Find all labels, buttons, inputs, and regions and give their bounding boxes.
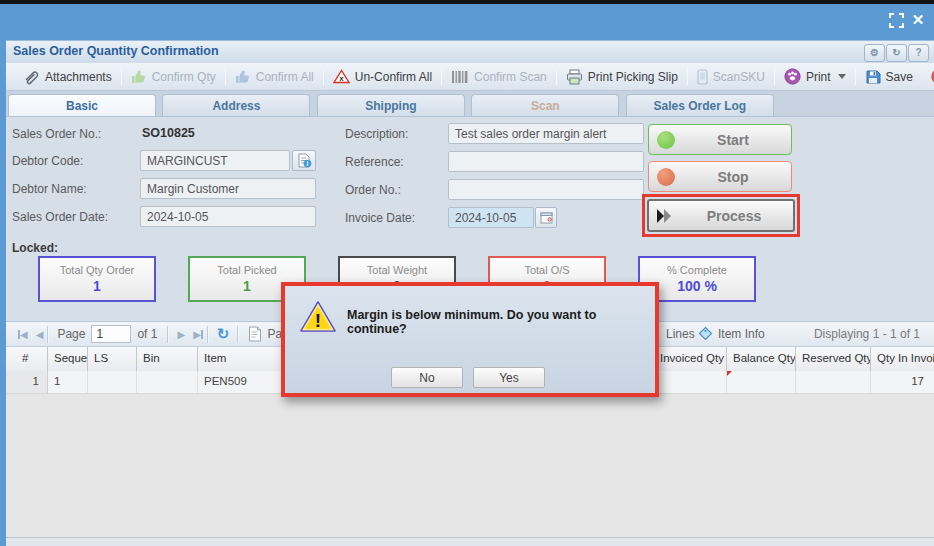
grid-bottom-strip [6, 537, 934, 546]
unconfirm-all-button[interactable]: x Un-Confirm All [324, 69, 441, 84]
column-header-item[interactable]: Item [198, 347, 287, 371]
qty-in-invoice-cell[interactable]: 17 [871, 371, 934, 393]
calendar-button[interactable] [535, 207, 557, 228]
item-info-button[interactable]: Item Info [698, 326, 765, 341]
tab-shipping[interactable]: Shipping [317, 94, 465, 116]
start-dot-icon [657, 131, 675, 149]
document-info-icon: i [297, 153, 312, 168]
last-page-icon[interactable]: ▶ [193, 329, 203, 340]
order-no-label: Order No.: [345, 183, 401, 197]
page-number-input[interactable]: 1 [91, 325, 131, 343]
svg-text:!: ! [315, 310, 321, 331]
reference-label: Reference: [345, 155, 404, 169]
yes-button[interactable]: Yes [473, 367, 545, 388]
confirm-all-button[interactable]: Confirm All [226, 69, 323, 84]
page-label: Page [57, 327, 85, 341]
tab-basic[interactable]: Basic [8, 94, 156, 116]
sales-order-date-label: Sales Order Date: [12, 210, 108, 224]
item-cell[interactable]: PEN509 [198, 371, 287, 393]
column-header-reserved-qty[interactable]: Reserved Qty [796, 347, 871, 371]
stop-button[interactable]: Stop [648, 161, 792, 192]
close-button[interactable]: Close [922, 68, 934, 85]
barcode-icon [451, 70, 469, 84]
reserved-qty-cell[interactable] [796, 371, 871, 393]
print-picking-slip-button[interactable]: Print Picking Slip [557, 69, 687, 85]
ls-cell[interactable] [88, 371, 137, 393]
paperclip-icon [23, 69, 40, 85]
attachments-button[interactable]: Attachments [14, 69, 121, 85]
mobile-scanner-icon [697, 69, 708, 85]
panel-refresh-icon[interactable]: ↻ [886, 44, 907, 62]
lines-label-fragment[interactable]: Lines [666, 327, 695, 341]
dirty-cell-marker-icon [727, 371, 732, 376]
invoice-date-field[interactable]: 2024-10-05 [448, 207, 534, 228]
paw-print-icon [784, 68, 801, 85]
column-header-sequence[interactable]: Sequence [48, 347, 88, 371]
panel-header: Sales Order Quantity Confirmation ⚙ ↻ ? [6, 41, 934, 64]
column-header-qty-in-invoice[interactable]: Qty In Invoice [871, 347, 934, 371]
warning-triangle-icon: ! [299, 300, 337, 334]
page-of-label: of 1 [137, 327, 157, 341]
save-button[interactable]: Save [856, 69, 922, 85]
thumbs-up-blue-icon [235, 69, 251, 84]
debtor-name-label: Debtor Name: [12, 182, 87, 196]
panel-settings-icon[interactable]: ⚙ [864, 44, 885, 62]
debtor-code-label: Debtor Code: [12, 154, 83, 168]
pack-document-icon[interactable] [248, 326, 262, 342]
description-field[interactable]: Test sales order margin alert [448, 123, 644, 144]
calendar-icon [540, 211, 553, 224]
confirm-scan-button[interactable]: Confirm Scan [442, 70, 556, 84]
no-button[interactable]: No [391, 367, 463, 388]
invoiced-qty-cell[interactable] [654, 371, 727, 393]
toolbar-separator [207, 326, 209, 343]
invoice-date-label: Invoice Date: [345, 211, 415, 225]
reference-field[interactable] [448, 151, 644, 172]
svg-text:i: i [306, 160, 308, 167]
floppy-save-icon [865, 69, 881, 85]
print-button[interactable]: Print [775, 68, 855, 85]
dialog-message: Margin is below minimum. Do you want to … [347, 308, 647, 336]
column-header-bin[interactable]: Bin [137, 347, 198, 371]
sales-order-no-value: SO10825 [142, 126, 195, 140]
row-number-cell: 1 [6, 371, 48, 393]
toolbar-separator [237, 326, 239, 343]
sales-order-date-field[interactable]: 2024-10-05 [140, 206, 316, 227]
process-button[interactable]: Process [647, 199, 795, 232]
debtor-name-field[interactable]: Margin Customer [140, 178, 316, 199]
printer-icon [566, 69, 583, 85]
window-close-icon[interactable]: ✕ [910, 11, 926, 29]
column-header-balance-qty[interactable]: Balance Qty [727, 347, 796, 371]
column-header-ls[interactable]: LS [88, 347, 137, 371]
pack-label-fragment[interactable]: Pa [267, 327, 282, 341]
bin-cell[interactable] [137, 371, 198, 393]
toolbar-separator [47, 326, 49, 343]
thumbs-up-green-icon [131, 69, 147, 84]
tab-address[interactable]: Address [162, 94, 310, 116]
order-no-field[interactable] [448, 179, 644, 200]
stop-dot-icon [657, 168, 675, 186]
toolbar-separator [167, 326, 169, 343]
next-page-icon[interactable]: ▶ [177, 329, 185, 340]
scansku-button[interactable]: ScanSKU [688, 69, 774, 85]
tab-strip: Basic Address Shipping Scan Sales Order … [6, 91, 934, 117]
first-page-icon[interactable]: ◀ [18, 329, 28, 340]
maximize-icon[interactable] [889, 13, 904, 28]
start-button[interactable]: Start [648, 124, 792, 155]
tab-sales-order-log[interactable]: Sales Order Log [626, 94, 774, 116]
debtor-lookup-button[interactable]: i [292, 150, 316, 171]
tab-scan: Scan [471, 94, 619, 116]
sales-order-no-label: Sales Order No.: [12, 127, 101, 141]
panel-title: Sales Order Quantity Confirmation [13, 44, 219, 58]
grid-refresh-icon[interactable]: ↻ [217, 325, 230, 343]
prev-page-icon[interactable]: ◀ [36, 329, 44, 340]
app-window: ✕ Sales Order Quantity Confirmation ⚙ ↻ … [0, 0, 934, 546]
balance-qty-cell[interactable] [727, 371, 796, 393]
total-qty-order-box: Total Qty Order 1 [38, 256, 156, 302]
confirm-qty-button[interactable]: Confirm Qty [122, 69, 225, 84]
print-dropdown-caret-icon [838, 74, 846, 79]
sequence-cell[interactable]: 1 [48, 371, 88, 393]
column-header-invoiced-qty[interactable]: Invoiced Qty [654, 347, 727, 371]
panel-help-icon[interactable]: ? [908, 44, 929, 62]
debtor-code-field[interactable]: MARGINCUST [140, 150, 290, 171]
column-header-num[interactable]: # [6, 347, 48, 371]
